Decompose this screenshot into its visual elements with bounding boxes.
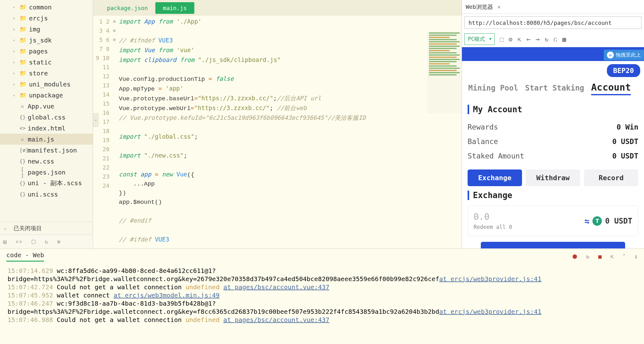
editor-tab-package.json[interactable]: package.json	[99, 2, 155, 14]
browser-tab-bar: Web浏览器 ✕	[462, 0, 644, 14]
external-icon[interactable]: ⇱	[518, 36, 521, 43]
action-tab-withdraw[interactable]: Withdraw	[526, 169, 580, 186]
closed-projects-section[interactable]: › 已关闭项目	[0, 222, 93, 235]
action-tab-record[interactable]: Record	[584, 169, 638, 186]
refresh-icon[interactable]: ↻	[545, 36, 548, 43]
editor-tabs: package.jsonmain.js	[93, 0, 462, 16]
log-timestamp: 15:07:46.247	[8, 300, 53, 307]
log-source-link[interactable]: at ercjs/web3model.min.js:49	[114, 291, 219, 299]
file-label: manifest.json	[28, 147, 77, 154]
folder-icon: 📁	[19, 81, 26, 87]
fold-column[interactable]: ⊟ ⊟ ⊟	[113, 16, 119, 248]
file-item-main.js[interactable]: ▫main.js	[0, 134, 93, 145]
drag-hint-badge[interactable]: ∞ 拖拽至此上	[604, 50, 644, 60]
folder-item-common[interactable]: ›📁common	[0, 2, 93, 13]
swap-icon[interactable]: ⇋	[585, 216, 590, 226]
cloud-icon: ∞	[607, 52, 614, 58]
folder-icon: 📁	[19, 92, 26, 98]
folder-item-static[interactable]: ›📁static	[0, 57, 93, 68]
exchange-amount-input[interactable]: 0.0	[474, 212, 512, 222]
page-tab-start-staking[interactable]: Start Staking	[525, 84, 584, 92]
log-source-link[interactable]: at ercjs/web3provider.js:41	[439, 275, 541, 283]
url-input[interactable]	[464, 16, 641, 29]
exchange-button-label: Exchange	[535, 247, 571, 248]
wrap-icon[interactable]: ↕	[634, 253, 638, 260]
log-source-link[interactable]: at pages/bsc/account.vue:437	[223, 283, 329, 291]
folder-item-pages[interactable]: ›📁pages	[0, 46, 93, 57]
bug-icon[interactable]: ⬡	[31, 238, 36, 245]
file-label: uni - 副本.scss	[28, 179, 82, 187]
line-number-gutter: 1 2 3 4 5 6 7 8 9 10 11 12 13 14 15 16 1…	[93, 16, 113, 248]
info-label: Balance	[468, 137, 498, 146]
mode-select[interactable]: PC模式	[464, 33, 495, 45]
file-label: index.html	[28, 125, 65, 132]
forward-icon[interactable]: →	[536, 35, 540, 43]
action-tab-exchange[interactable]: Exchange	[468, 169, 522, 186]
file-item-pages.json[interactable]: [ ]pages.json	[0, 167, 93, 178]
info-value: 0 USDT	[612, 152, 638, 160]
close-icon[interactable]: ✕	[497, 3, 501, 10]
chevron-right-icon: ›	[13, 93, 18, 98]
folder-icon: 📁	[19, 59, 26, 65]
back-icon[interactable]: ←	[526, 35, 530, 43]
collapse-icon[interactable]: ˄	[623, 253, 625, 260]
console-panel: code - Web ⬢ ↻ ■ ⇱ ˄ ↕ 15:07:14.629 wc:8…	[0, 248, 644, 344]
open-folder-icon[interactable]: ⬚	[500, 36, 503, 43]
folder-label: common	[29, 3, 52, 11]
mode-select-label: PC模式	[468, 36, 485, 42]
stop-icon[interactable]: ■	[598, 253, 602, 260]
console-body[interactable]: 15:07:14.629 wc:8ffa5d6c-aa99-4b80-8ced-…	[0, 264, 644, 344]
grid-icon[interactable]: ▦	[562, 36, 566, 43]
folder-item-store[interactable]: ›📁store	[0, 68, 93, 79]
redeem-all-link[interactable]: Redeem all 0	[474, 224, 512, 230]
file-icon: <>	[19, 125, 25, 131]
folder-item-unpackage[interactable]: ›📁unpackage	[0, 90, 93, 101]
file-item-global.css[interactable]: {}global.css	[0, 112, 93, 123]
binoculars-icon[interactable]: ⌕⌕	[15, 238, 22, 245]
code-content[interactable]: import App from './App' // #ifndef VUE3 …	[119, 16, 462, 248]
chevron-right-icon: ›	[13, 71, 18, 76]
folder-icon: 📁	[19, 37, 26, 43]
folder-item-img[interactable]: ›📁img	[0, 24, 93, 35]
lock-icon[interactable]: ⎌	[553, 36, 557, 43]
folder-item-uni_modules[interactable]: ›📁uni_modules	[0, 79, 93, 90]
folder-label: js_sdk	[29, 36, 52, 44]
log-source-link[interactable]: at ercjs/web3provider.js:41	[439, 308, 541, 315]
exchange-button[interactable]: Exchange	[481, 242, 625, 248]
folder-label: unpackage	[29, 92, 63, 99]
gear-icon[interactable]: ⚙	[509, 36, 513, 43]
console-tab[interactable]: code - Web	[6, 251, 44, 262]
globe-icon[interactable]: ⊕	[57, 238, 60, 245]
editor-tab-main.js[interactable]: main.js	[155, 2, 194, 14]
file-item-index.html[interactable]: <>index.html	[0, 123, 93, 134]
page-tab-mining-pool[interactable]: Mining Pool	[468, 84, 518, 92]
folder-label: uni_modules	[29, 80, 70, 88]
code-area[interactable]: 1 2 3 4 5 6 7 8 9 10 11 12 13 14 15 16 1…	[93, 16, 462, 248]
folder-item-js_sdk[interactable]: ›📁js_sdk	[0, 35, 93, 46]
folder-label: store	[29, 69, 48, 77]
chevron-right-icon: ›	[13, 16, 18, 21]
folder-item-ercjs[interactable]: ›📁ercjs	[0, 13, 93, 24]
info-row-staked-amount: Staked Amount0 USDT	[468, 149, 638, 163]
folder-icon: 📁	[19, 70, 26, 76]
file-item-manifest.json[interactable]: [ø]manifest.json	[0, 145, 93, 156]
file-item-new.css[interactable]: {}new.css	[0, 156, 93, 167]
file-item-uni - 副本.scss[interactable]: {}uni - 副本.scss	[0, 178, 93, 189]
sync-icon[interactable]: ↻	[45, 238, 48, 245]
chevron-right-icon: ›	[13, 49, 18, 54]
page-tab-account[interactable]: Account	[591, 82, 631, 95]
file-label: new.css	[28, 158, 54, 165]
minimap[interactable]	[427, 31, 462, 113]
file-item-uni.scss[interactable]: {}uni.scss	[0, 189, 93, 200]
log-source-link[interactable]: at pages/bsc/account.vue:437	[223, 316, 329, 324]
bug-icon[interactable]: ⬢	[572, 253, 577, 260]
log-timestamp: 15:07:46.988	[8, 316, 53, 324]
exchange-section: Exchange	[468, 191, 638, 200]
preview-area[interactable]: BNB B ∞ 拖拽至此上 BEP20 Mining PoolStart Sta…	[462, 47, 644, 248]
terminal-icon[interactable]: ▤	[3, 238, 7, 245]
export-icon[interactable]: ⇱	[610, 253, 614, 260]
closed-projects-label: 已关闭项目	[14, 225, 42, 231]
file-item-App.vue[interactable]: ▫App.vue	[0, 101, 93, 112]
restart-icon[interactable]: ↻	[586, 253, 590, 260]
browser-tab-title[interactable]: Web浏览器	[466, 3, 493, 11]
